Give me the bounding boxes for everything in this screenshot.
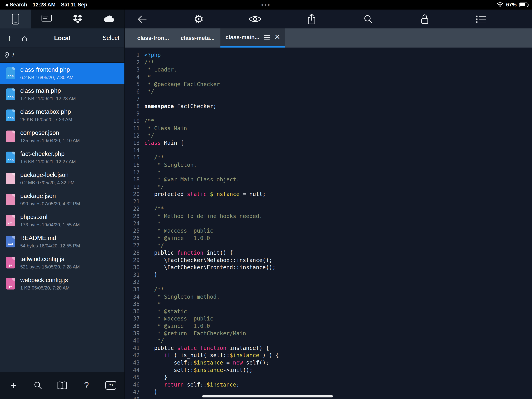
file-row[interactable]: package.json990 bytes 07/05/20, 4:32 PM [0,189,124,210]
file-meta: 1 KB 05/05/20, 7:20 AM [20,285,70,291]
line-number: 26 [125,235,144,242]
settings-button[interactable]: ⚙ [192,13,205,26]
code-line: 10/** [125,117,532,125]
code-text: * [144,73,151,81]
file-name: class-metabox.php [20,108,72,115]
tab-menu-icon[interactable] [264,35,270,40]
line-number: 32 [125,278,144,286]
multitask-dots-icon[interactable]: ••• [261,0,271,9]
source-tab-remote[interactable] [31,10,62,28]
preview-button[interactable] [249,13,261,26]
line-number: 6 [125,88,144,96]
file-type-icon: xml [6,215,15,226]
code-text: /** [144,59,154,66]
code-line: 6 */ [125,88,532,96]
share-button[interactable] [305,13,318,26]
file-row[interactable]: jswebpack.config.js1 KB 05/05/20, 7:20 A… [0,273,124,294]
add-file-button[interactable]: + [5,376,23,394]
line-number: 9 [125,110,144,117]
file-info: composer.json125 bytes 19/04/20, 1:10 AM [20,129,80,143]
back-to-app-indicator[interactable]: ◀ Search [5,2,27,8]
sidebar-toolbar: + [0,372,124,399]
file-row[interactable]: xmlphpcs.xml173 bytes 19/04/20, 1:55 AM [0,210,124,231]
code-line: 43 self::$instance = new self(); [125,359,532,367]
source-tab-local[interactable] [0,10,31,28]
file-name: package-lock.json [20,171,75,179]
code-line: 26 * @since 1.0.0 [125,235,532,242]
cloud-icon [103,15,115,23]
tab-label: class-fron... [137,35,169,41]
file-row[interactable]: jstailwind.config.js521 bytes 16/05/20, … [0,252,124,273]
search-files-button[interactable] [29,376,47,394]
code-line: 23 * Method to define hooks needed. [125,212,532,220]
file-meta: 1.6 KB 11/09/21, 12:27 AM [20,159,76,164]
select-button[interactable]: Select [103,34,119,41]
battery-fill [520,3,525,6]
lock-button[interactable] [418,13,431,26]
file-row[interactable]: mdREADME.md54 bytes 16/04/20, 12:55 PM [0,231,124,252]
code-line: 7 [125,96,532,103]
code-line: 5 * @package FactChecker [125,81,532,88]
file-type-badge: php [7,95,14,99]
symbol-list-button[interactable] [475,13,488,26]
code-line: 9 [125,110,532,117]
file-type-icon: php [6,89,15,100]
tab[interactable]: class-fron... [132,28,175,48]
search-button[interactable] [362,13,375,26]
code-line: 17 * [125,169,532,176]
source-tab-cloud[interactable] [93,10,124,28]
reference-book-button[interactable] [53,376,71,394]
line-number: 8 [125,103,144,110]
status-right: 67% [497,2,528,8]
line-number: 29 [125,257,144,264]
file-info: class-metabox.php25 KB 16/05/20, 7:23 AM [20,108,72,122]
file-info: package-lock.json0.2 MB 07/05/20, 4:32 P… [20,171,75,186]
editor-toolbar: ⚙ [125,10,532,28]
line-number: 40 [125,337,144,344]
status-bar: ◀ Search 12:28 AM Sat 11 Sep ••• 67% [0,0,532,10]
code-line: 41 public static function instance() { [125,344,532,352]
code-text: */ [144,337,164,344]
up-directory-button[interactable]: ↑ [7,34,12,42]
code-line: 4 * [125,73,532,81]
file-row[interactable]: composer.json125 bytes 19/04/20, 1:10 AM [0,126,124,147]
line-number: 45 [125,374,144,381]
file-row[interactable]: phpfact-checker.php1.6 KB 11/09/21, 12:2… [0,147,124,168]
tab-active[interactable]: class-main...× [221,28,285,48]
device-icon [12,13,20,25]
file-meta: 1.4 KB 11/09/21, 12:28 AM [20,96,76,101]
file-row[interactable]: phpclass-metabox.php25 KB 16/05/20, 7:23… [0,105,124,126]
line-number: 23 [125,212,144,220]
code-text: /** [144,205,164,212]
source-tab-dropbox[interactable] [62,10,94,28]
code-text: } [144,374,167,381]
file-type-icon [6,173,15,184]
code-text: /** [144,286,164,293]
code-text: * @access public [144,227,213,235]
current-path: / [13,52,14,58]
line-number: 47 [125,388,144,396]
code-line: 19 */ [125,183,532,191]
file-type-icon [6,130,15,142]
file-row[interactable]: phpclass-main.php1.4 KB 11/09/21, 12:28 … [0,84,124,105]
file-row[interactable]: phpclass-frontend.php6.2 KB 16/05/20, 7:… [0,63,124,84]
terminal-button[interactable]: C:\ [102,376,120,394]
wifi-icon [497,2,504,7]
horizontal-scrollbar[interactable] [202,395,333,398]
file-row[interactable]: package-lock.json0.2 MB 07/05/20, 4:32 P… [0,168,124,189]
code-area[interactable]: 1<?php2/**3 * Loader.4 *5 * @package Fac… [125,48,532,399]
help-button[interactable]: ? [77,376,95,394]
tab[interactable]: class-meta... [175,28,221,48]
file-type-icon [6,194,15,205]
code-text: \FactChecker\Metabox::instance(); [144,257,272,264]
file-info: class-frontend.php6.2 KB 16/05/20, 7:30 … [20,66,74,80]
line-number: 7 [125,96,144,103]
tab-close-icon[interactable]: × [275,32,280,41]
back-button[interactable] [136,13,149,26]
code-line: 3 * Loader. [125,66,532,73]
file-type-badge: php [7,116,14,120]
home-button[interactable]: ⌂ [22,33,27,43]
location-pin-icon [4,52,9,58]
search-icon [363,14,373,24]
line-number: 2 [125,59,144,66]
